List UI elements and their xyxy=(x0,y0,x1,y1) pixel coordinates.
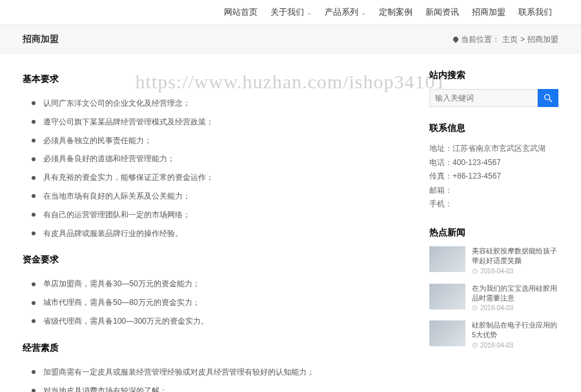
section-heading: 资金要求 xyxy=(23,254,403,266)
contact-heading: 联系信息 xyxy=(429,122,558,134)
nav-item-2[interactable]: 产品系列⌄ xyxy=(318,6,372,18)
news-thumb xyxy=(429,320,465,346)
list-item: 具有充裕的资金实力，能够保证正常的资金运作； xyxy=(32,168,403,187)
search-box xyxy=(429,89,558,107)
clock-icon xyxy=(472,342,478,348)
list-item: 必须具备独立的民事责任能力； xyxy=(32,132,403,150)
nav-item-0[interactable]: 网站首页 xyxy=(218,6,264,18)
news-item[interactable]: 硅胶制品在电子行业应用的5大优势2018-04-03 xyxy=(429,320,558,349)
hotnews-list: 美容硅胶按摩数据能给孩子带起好适度笑颜2018-04-03在为我们的宝宝选用硅胶… xyxy=(429,246,558,349)
list-item: 省级代理商，需具备100—300万元的资金实力。 xyxy=(32,312,403,331)
hotnews-heading: 热点新闻 xyxy=(429,227,558,239)
list-item: 城市代理商，需具备50—80万元的资金实力； xyxy=(32,293,403,312)
nav-item-label: 关于我们 xyxy=(270,6,304,18)
breadcrumb-home[interactable]: 主页 xyxy=(502,34,518,45)
list-item: 遵守公司旗下某某品牌经营管理模式及经营政策； xyxy=(32,113,403,132)
list-item: 加盟商需有一定皮具或服装经营管理经验或对皮具经营管理有较好的认知能力； xyxy=(32,363,403,382)
contact-line: 传真：+86-123-4567 xyxy=(429,170,558,184)
nav-item-3[interactable]: 定制案例 xyxy=(372,6,419,18)
nav-item-1[interactable]: 关于我们⌄ xyxy=(264,6,318,18)
sidebar: 站内搜索 联系信息 地址：江苏省南京市玄武区玄武湖电话：400-123-4567… xyxy=(429,70,558,392)
nav-item-4[interactable]: 新闻资讯 xyxy=(419,6,465,18)
list-item: 单店加盟商，需具备30—50万元的资金能力； xyxy=(32,275,403,293)
breadcrumb-sep: > xyxy=(520,35,525,44)
contact-info: 地址：江苏省南京市玄武区玄武湖电话：400-123-4567传真：+86-123… xyxy=(429,142,558,211)
requirement-list: 加盟商需有一定皮具或服装经营管理经验或对皮具经营管理有较好的认知能力；对当地皮具… xyxy=(32,363,403,392)
news-info: 硅胶制品在电子行业应用的5大优势2018-04-03 xyxy=(472,320,558,349)
news-date: 2018-04-03 xyxy=(472,268,558,275)
section-heading: 基本要求 xyxy=(23,74,403,85)
svg-point-0 xyxy=(545,95,550,100)
search-input[interactable] xyxy=(429,89,538,107)
news-item[interactable]: 美容硅胶按摩数据能给孩子带起好适度笑颜2018-04-03 xyxy=(429,246,558,275)
list-item: 在当地市场有良好的人际关系及公关能力； xyxy=(32,187,403,206)
nav-item-5[interactable]: 招商加盟 xyxy=(465,6,512,18)
news-thumb xyxy=(429,284,465,309)
news-info: 美容硅胶按摩数据能给孩子带起好适度笑颜2018-04-03 xyxy=(472,246,558,275)
clock-icon xyxy=(472,305,478,311)
nav-item-6[interactable]: 联系我们 xyxy=(512,6,558,18)
site-header: 网站首页关于我们⌄产品系列⌄定制案例新闻资讯招商加盟联系我们 xyxy=(0,0,581,25)
list-item: 对当地皮具消费市场有较深的了解； xyxy=(32,382,403,392)
news-date: 2018-04-03 xyxy=(472,342,558,349)
news-title: 硅胶制品在电子行业应用的5大优势 xyxy=(472,320,558,340)
list-item: 有自己的运营管理团队和一定的市场网络； xyxy=(32,206,403,224)
breadcrumb-label: 当前位置： xyxy=(461,34,500,45)
chevron-down-icon: ⌄ xyxy=(361,9,366,16)
news-info: 在为我们的宝宝选用硅胶用品时需要注意2018-04-03 xyxy=(472,284,558,312)
news-title: 美容硅胶按摩数据能给孩子带起好适度笑颜 xyxy=(472,246,558,266)
news-title: 在为我们的宝宝选用硅胶用品时需要注意 xyxy=(472,284,558,303)
nav-item-label: 招商加盟 xyxy=(472,6,505,18)
chevron-down-icon: ⌄ xyxy=(307,9,312,16)
news-item[interactable]: 在为我们的宝宝选用硅胶用品时需要注意2018-04-03 xyxy=(429,284,558,312)
main-content: 基本要求认同广东洋文公司的企业文化及经营理念；遵守公司旗下某某品牌经营管理模式及… xyxy=(23,54,558,392)
search-button[interactable] xyxy=(538,89,558,107)
nav-item-label: 新闻资讯 xyxy=(425,6,459,18)
list-item: 认同广东洋文公司的企业文化及经营理念； xyxy=(32,94,403,113)
nav-item-label: 定制案例 xyxy=(379,6,413,18)
requirement-list: 认同广东洋文公司的企业文化及经营理念；遵守公司旗下某某品牌经营管理模式及经营政策… xyxy=(32,94,403,242)
pin-icon xyxy=(452,35,459,43)
list-item: 有皮具品牌或服装品牌行业的操作经验。 xyxy=(32,224,403,243)
search-heading: 站内搜索 xyxy=(429,70,558,81)
section-heading: 经营素质 xyxy=(23,342,403,354)
search-icon xyxy=(543,93,553,103)
breadcrumb-current: 招商加盟 xyxy=(527,34,558,45)
main-nav: 网站首页关于我们⌄产品系列⌄定制案例新闻资讯招商加盟联系我们 xyxy=(23,0,558,24)
svg-line-1 xyxy=(549,99,552,102)
requirement-list: 单店加盟商，需具备30—50万元的资金能力；城市代理商，需具备50—80万元的资… xyxy=(32,275,403,330)
contact-line: 邮箱： xyxy=(429,184,558,198)
news-date: 2018-04-03 xyxy=(472,304,558,311)
news-thumb xyxy=(429,246,465,272)
clock-icon xyxy=(472,268,478,274)
breadcrumb: 当前位置： 主页 > 招商加盟 xyxy=(453,34,558,45)
nav-item-label: 产品系列 xyxy=(325,6,358,18)
breadcrumb-bar: 招商加盟 当前位置： 主页 > 招商加盟 xyxy=(0,25,581,54)
nav-item-label: 网站首页 xyxy=(224,6,258,18)
contact-line: 地址：江苏省南京市玄武区玄武湖 xyxy=(429,142,558,156)
article-body: 基本要求认同广东洋文公司的企业文化及经营理念；遵守公司旗下某某品牌经营管理模式及… xyxy=(23,70,403,392)
list-item: 必须具备良好的道德和经营管理能力； xyxy=(32,150,403,168)
nav-item-label: 联系我们 xyxy=(518,6,552,18)
contact-line: 手机： xyxy=(429,197,558,211)
page-title: 招商加盟 xyxy=(23,34,59,45)
contact-line: 电话：400-123-4567 xyxy=(429,156,558,170)
